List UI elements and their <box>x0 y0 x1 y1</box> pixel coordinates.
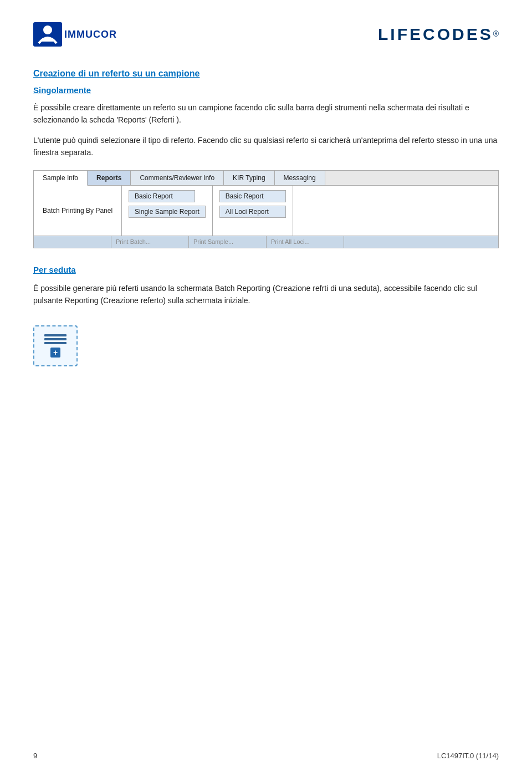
tab-sample-info[interactable]: Sample Info <box>34 171 88 186</box>
section1-paragraph1: È possibile creare direttamente un refer… <box>33 101 499 126</box>
batch-printing-label: Batch Printing By Panel <box>34 186 122 236</box>
page-header: IMMUCOR LIFECODES® <box>33 22 499 47</box>
partial-cell2: Print Sample... <box>189 236 267 248</box>
single-sample-report-btn[interactable]: Single Sample Report <box>129 206 206 218</box>
tab-comments[interactable]: Comments/Reviewer Info <box>131 171 224 185</box>
section1-paragraph2: L'utente può quindi selezionare il tipo … <box>33 134 499 159</box>
lifecodes-text: LIFECODES <box>378 25 493 43</box>
icon-line-1 <box>44 334 66 336</box>
svg-rect-2 <box>41 39 54 42</box>
page-number: 9 <box>33 752 37 760</box>
partial-cell3: Print All Loci... <box>267 236 344 248</box>
batch-reporting-icon[interactable]: + <box>33 325 78 366</box>
ui-tabs-row: Sample Info Reports Comments/Reviewer In… <box>34 171 498 186</box>
icon-line-2 <box>44 338 66 340</box>
tab-messaging[interactable]: Messaging <box>275 171 325 185</box>
col2: Basic Report All Loci Report <box>213 186 293 236</box>
section1-title: Creazione di un referto su un campione <box>33 69 499 79</box>
tab-reports[interactable]: Reports <box>88 171 131 185</box>
icon-line-3 <box>44 342 66 344</box>
section2-paragraph: È possibile generare più referti usando … <box>33 282 499 307</box>
col3-empty <box>293 186 498 236</box>
icon-lines <box>44 334 66 344</box>
partial-cell1: Print Batch... <box>111 236 189 248</box>
page-footer: 9 LC1497IT.0 (11/14) <box>33 752 499 760</box>
partial-row: Print Batch... Print Sample... Print All… <box>34 236 498 248</box>
immucor-text: IMMUCOR <box>64 29 117 40</box>
batch-reporting-icon-wrapper: + <box>33 325 78 366</box>
immucor-logo: IMMUCOR <box>33 22 117 47</box>
svg-point-1 <box>43 25 52 34</box>
all-loci-report-btn[interactable]: All Loci Report <box>219 206 286 218</box>
basic-report-btn-col2[interactable]: Basic Report <box>219 190 286 202</box>
basic-report-btn-col1[interactable]: Basic Report <box>129 190 195 202</box>
tab-kir-typing[interactable]: KIR Typing <box>224 171 274 185</box>
section2-title: Per seduta <box>33 265 499 274</box>
partial-cell-left <box>34 236 111 248</box>
ui-body: Batch Printing By Panel Basic Report Sin… <box>34 186 498 236</box>
section1-subtitle: Singolarmente <box>33 85 499 95</box>
doc-code: LC1497IT.0 (11/14) <box>437 752 499 760</box>
lifecodes-logo: LIFECODES® <box>378 25 499 44</box>
col1: Basic Report Single Sample Report <box>122 186 213 236</box>
ui-screenshot-table: Sample Info Reports Comments/Reviewer In… <box>33 170 499 248</box>
plus-icon: + <box>50 348 60 358</box>
